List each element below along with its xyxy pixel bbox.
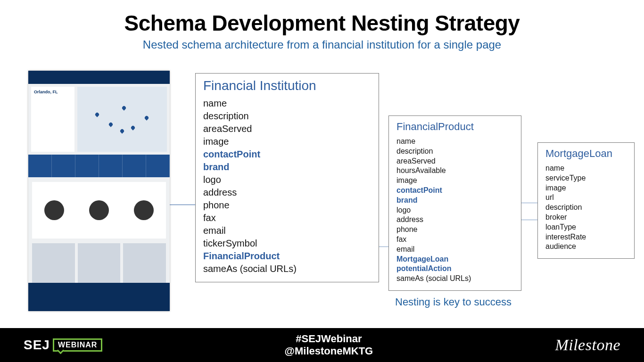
schema-property: name: [203, 97, 371, 110]
thumb-team-section: [32, 182, 166, 239]
schema-property: contactPoint: [203, 148, 371, 161]
thumb-location-card: Orlando, FL: [31, 87, 74, 152]
handle-text: @MilestoneMKTG: [285, 345, 373, 357]
schema-property: FinancialProduct: [203, 250, 371, 263]
schema-property: sameAs (social URLs): [203, 263, 371, 275]
schema-property: sameAs (social URLs): [396, 274, 513, 284]
schema-property: image: [396, 176, 513, 186]
schema-property: image: [545, 183, 627, 193]
nesting-callout: Nesting is key to success: [395, 296, 512, 308]
box-title: FinancialProduct: [396, 121, 513, 133]
thumb-navbar: [28, 71, 170, 84]
map-pin-icon: [94, 112, 99, 117]
schema-property: contactPoint: [396, 186, 513, 196]
webinar-badge: WEBINAR: [53, 338, 102, 352]
schema-property: description: [545, 203, 627, 213]
schema-property: address: [203, 186, 371, 199]
milestone-logo: Milestone: [555, 336, 620, 354]
connector-line: [170, 205, 195, 205]
footer-hashtags: #SEJWebinar @MilestoneMKTG: [285, 333, 373, 358]
schema-property: logo: [396, 206, 513, 215]
thumb-map: [77, 87, 167, 152]
thumb-city: Orlando, FL: [34, 90, 72, 94]
thumb-events-row: [32, 243, 166, 285]
schema-property: name: [545, 164, 627, 173]
avatar-icon: [44, 200, 64, 220]
schema-property: areaServed: [396, 156, 513, 166]
schema-property: areaServed: [203, 123, 371, 135]
map-pin-icon: [121, 106, 126, 111]
map-pin-icon: [108, 122, 113, 127]
sej-webinar-logo: SEJ WEBINAR: [24, 337, 102, 353]
schema-property: email: [203, 224, 371, 237]
schema-property: tickerSymbol: [203, 237, 371, 250]
box-title: Financial Institution: [203, 78, 371, 93]
footer-bar: SEJ WEBINAR #SEJWebinar @MilestoneMKTG M…: [0, 328, 644, 362]
schema-property: interestRate: [545, 232, 627, 242]
schema-property: name: [396, 137, 513, 147]
box-title: MortgageLoan: [545, 148, 627, 160]
schema-property: serviceType: [545, 173, 627, 183]
schema-box-financial-product: FinancialProduct namedescriptionareaServ…: [388, 115, 521, 291]
schema-property: brand: [396, 196, 513, 206]
map-pin-icon: [130, 125, 135, 130]
slide-title: Schema Development Nesting Strategy: [0, 10, 644, 36]
map-pin-icon: [120, 128, 125, 133]
schema-property: audience: [545, 242, 627, 252]
schema-property: description: [203, 110, 371, 123]
schema-property: email: [396, 245, 513, 255]
thumb-hero: Orlando, FL: [28, 84, 170, 155]
schema-property: phone: [203, 199, 371, 212]
schema-property: brand: [203, 161, 371, 173]
schema-box-financial-institution: Financial Institution namedescriptionare…: [195, 73, 379, 282]
schema-property: loanType: [545, 222, 627, 232]
schema-property: broker: [545, 213, 627, 222]
box-props: namedescriptionareaServedhoursAvailablei…: [396, 137, 513, 284]
hashtag-text: #SEJWebinar: [285, 333, 373, 345]
schema-property: fax: [396, 235, 513, 245]
map-pin-icon: [144, 115, 149, 120]
slide: Schema Development Nesting Strategy Nest…: [0, 0, 644, 362]
sej-text: SEJ: [24, 337, 50, 353]
avatar-icon: [89, 200, 109, 220]
schema-property: address: [396, 215, 513, 225]
schema-property: hoursAvailable: [396, 166, 513, 176]
thumb-footer: [28, 283, 170, 311]
website-screenshot-thumbnail: Orlando, FL: [28, 71, 170, 311]
schema-property: description: [396, 147, 513, 156]
schema-property: url: [545, 193, 627, 203]
schema-property: MortgageLoan: [396, 255, 513, 264]
schema-property: phone: [396, 225, 513, 235]
schema-box-mortgage-loan: MortgageLoan nameserviceTypeimageurldesc…: [537, 142, 635, 259]
schema-property: logo: [203, 173, 371, 186]
schema-property: image: [203, 135, 371, 148]
schema-property: potentialAction: [396, 264, 513, 274]
slide-subtitle: Nested schema architecture from a financ…: [0, 38, 644, 52]
box-props: nameserviceTypeimageurldescriptionbroker…: [545, 164, 627, 252]
schema-property: fax: [203, 212, 371, 224]
box-props: namedescriptionareaServedimagecontactPoi…: [203, 97, 371, 275]
avatar-icon: [134, 200, 154, 220]
thumb-tabbar: [28, 155, 170, 177]
